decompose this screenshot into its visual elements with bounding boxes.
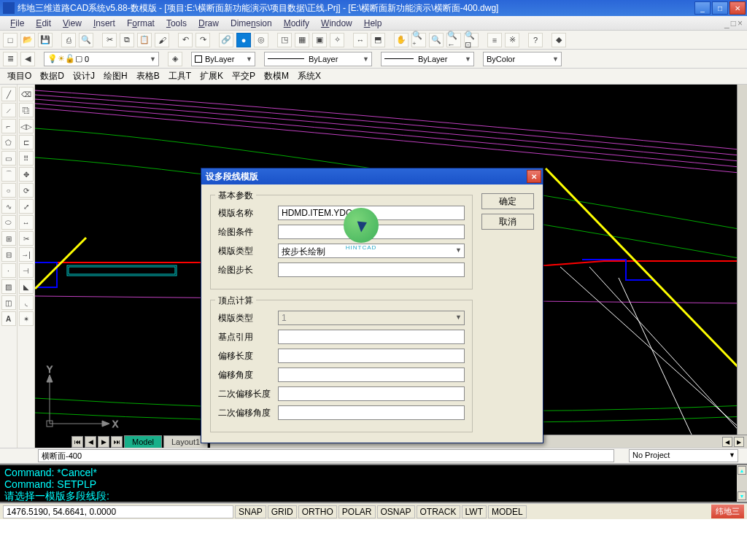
- template-type2-combo[interactable]: 1: [278, 311, 465, 325]
- stretch-icon[interactable]: ↔: [19, 215, 34, 230]
- osnap-toggle[interactable]: OSNAP: [377, 505, 415, 518]
- menu-help[interactable]: Help: [360, 17, 387, 30]
- tracking-icon[interactable]: ◎: [254, 33, 268, 47]
- doc-minimize-button[interactable]: _: [724, 18, 729, 28]
- polar-toggle[interactable]: POLAR: [338, 505, 376, 518]
- layer-manager-icon[interactable]: ≣: [3, 52, 18, 66]
- offset2-ang-input[interactable]: [278, 405, 465, 420]
- grid-toggle[interactable]: GRID: [268, 505, 297, 518]
- dist-icon[interactable]: ↔: [353, 33, 368, 47]
- props-icon[interactable]: ≡: [487, 33, 502, 47]
- ortho-toggle[interactable]: ORTHO: [298, 505, 337, 518]
- cancel-button[interactable]: 取消: [481, 214, 534, 230]
- appmenu-dtm[interactable]: 数模M: [261, 69, 292, 84]
- chamfer-icon[interactable]: ◣: [19, 279, 34, 294]
- point-icon[interactable]: ✧: [330, 33, 344, 47]
- appmenu-intersection[interactable]: 平交P: [229, 69, 258, 84]
- cmd-scroll-up-icon[interactable]: ▲: [738, 466, 746, 475]
- arc-icon[interactable]: ⌒: [1, 167, 16, 182]
- appmenu-tools[interactable]: 工具T: [166, 69, 194, 84]
- line-icon[interactable]: ╱: [1, 87, 16, 101]
- dc-icon[interactable]: ※: [505, 33, 519, 47]
- redo-icon[interactable]: ↷: [196, 33, 210, 47]
- erase-icon[interactable]: ⌫: [19, 87, 34, 101]
- circle-icon[interactable]: ○: [1, 183, 16, 198]
- hyperlink-icon[interactable]: 🔗: [219, 33, 233, 47]
- hscroll-left-icon[interactable]: ◀: [722, 437, 732, 447]
- area-icon[interactable]: ⬒: [371, 33, 385, 47]
- layer-make-icon[interactable]: ◈: [168, 52, 182, 66]
- zoom-rt-icon[interactable]: 🔍⁺: [411, 33, 426, 47]
- print-icon[interactable]: ⎙: [61, 33, 76, 47]
- preview-icon[interactable]: 🔍: [79, 33, 93, 47]
- appmenu-system[interactable]: 系统X: [295, 69, 324, 84]
- copy-obj-icon[interactable]: ⿻: [19, 103, 34, 117]
- ellipse-icon[interactable]: ⬭: [1, 215, 16, 230]
- zoom-ext-icon[interactable]: 🔍⊡: [464, 33, 479, 47]
- extend-icon[interactable]: →|: [19, 247, 34, 262]
- minimize-button[interactable]: _: [694, 1, 711, 15]
- model-toggle[interactable]: MODEL: [488, 505, 527, 518]
- help-icon[interactable]: ?: [528, 33, 543, 47]
- rotate-icon[interactable]: ⟳: [19, 183, 34, 198]
- cloud-icon[interactable]: ●: [236, 33, 251, 47]
- layer-prev-icon[interactable]: ◀: [20, 52, 35, 66]
- new-icon[interactable]: □: [3, 33, 18, 47]
- scale-icon[interactable]: ⤢: [19, 199, 34, 214]
- zoom-win-icon[interactable]: 🔍: [429, 33, 444, 47]
- mirror-icon[interactable]: ◁▷: [19, 119, 34, 133]
- snap-toggle[interactable]: SNAP: [235, 505, 266, 518]
- menu-insert[interactable]: Insert: [89, 17, 120, 30]
- menu-draw[interactable]: Draw: [194, 17, 223, 30]
- menu-format[interactable]: Format: [123, 17, 159, 30]
- offset-icon[interactable]: ⊏: [19, 135, 34, 149]
- pan-icon[interactable]: ✋: [394, 33, 409, 47]
- linetype-combo[interactable]: ByLayer: [264, 52, 372, 66]
- block-icon[interactable]: ▣: [312, 33, 327, 47]
- save-icon[interactable]: 💾: [38, 33, 53, 47]
- point-draw-icon[interactable]: ·: [1, 263, 16, 278]
- polygon-icon[interactable]: ⬠: [1, 135, 16, 149]
- paste-icon[interactable]: 📋: [137, 33, 152, 47]
- move-icon[interactable]: ✥: [19, 167, 34, 182]
- vscrollbar[interactable]: [737, 85, 747, 435]
- fillet-icon[interactable]: ◟: [19, 295, 34, 310]
- explode-icon[interactable]: ✴: [19, 311, 34, 326]
- cmd-scroll-down-icon[interactable]: ▼: [738, 491, 746, 500]
- spline-icon[interactable]: ∿: [1, 199, 16, 214]
- ok-button[interactable]: 确定: [481, 193, 534, 209]
- plotstyle-combo[interactable]: ByColor: [483, 52, 562, 66]
- offset2-len-input[interactable]: [278, 386, 465, 401]
- menu-tools[interactable]: Tools: [162, 17, 191, 30]
- cmd-scrollbar[interactable]: ▲ ▼: [737, 465, 747, 502]
- doc-restore-button[interactable]: □: [731, 18, 736, 28]
- offset-ang-input[interactable]: [278, 368, 465, 382]
- tab-next-icon[interactable]: ▶: [98, 436, 109, 448]
- appmenu-draw[interactable]: 绘图H: [101, 69, 131, 84]
- appmenu-project[interactable]: 项目O: [4, 69, 34, 84]
- maximize-button[interactable]: □: [712, 1, 728, 15]
- command-window[interactable]: Command: *Cancel* Command: SETPLP 请选择一模版…: [0, 464, 747, 503]
- break-icon[interactable]: ⊣: [19, 263, 34, 278]
- tab-model[interactable]: Model: [124, 435, 162, 448]
- open-icon[interactable]: 📂: [20, 33, 35, 47]
- mtext-icon[interactable]: A: [1, 311, 16, 326]
- menu-view[interactable]: View: [58, 17, 86, 30]
- base-ref-input[interactable]: [278, 330, 465, 344]
- array-icon[interactable]: ⠿: [19, 151, 34, 166]
- tab-first-icon[interactable]: ⏮: [71, 436, 83, 448]
- block-make-icon[interactable]: ⊟: [1, 247, 16, 262]
- project-combo[interactable]: No Project: [629, 449, 738, 462]
- offset-len-input[interactable]: [278, 349, 465, 363]
- draw-step-input[interactable]: [278, 262, 465, 277]
- close-button[interactable]: ✕: [729, 1, 746, 15]
- zoom-prev-icon[interactable]: 🔍←: [446, 33, 461, 47]
- appmenu-data[interactable]: 数据D: [37, 69, 67, 84]
- pline-icon[interactable]: ⌐: [1, 119, 16, 133]
- region-icon[interactable]: ◫: [1, 295, 16, 310]
- menu-dimension[interactable]: Dimension: [226, 17, 276, 30]
- extra-icon[interactable]: ◆: [551, 33, 566, 47]
- dialog-close-button[interactable]: ✕: [527, 170, 541, 183]
- grid-icon[interactable]: ▦: [295, 33, 309, 47]
- menu-file[interactable]: FFileile: [6, 17, 28, 30]
